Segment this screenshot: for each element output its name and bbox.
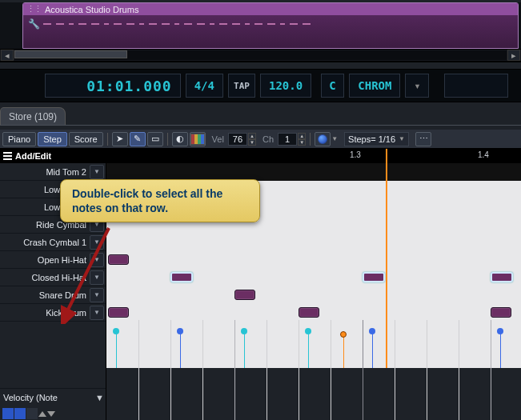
menu-icon[interactable]	[3, 152, 12, 160]
grid-row-snare[interactable]	[106, 286, 521, 304]
lane-mid-tom-2[interactable]: Mid Tom 2▼	[0, 163, 106, 181]
pencil-tool-button[interactable]: ✎	[130, 132, 146, 146]
ramp-down-icon[interactable]	[47, 411, 55, 417]
help-tooltip: Double-click to select all the notes on …	[60, 179, 260, 222]
note[interactable]	[491, 307, 511, 318]
snap-button[interactable]: ◐	[172, 132, 188, 146]
sidebar-header-label: Add/Edit	[15, 151, 51, 161]
velocity-tools	[0, 406, 106, 420]
time-ruler[interactable]: 1.3 1.4	[106, 149, 521, 163]
mode-step-button[interactable]: Step	[38, 132, 67, 146]
clip-body: 🔧	[23, 15, 518, 33]
mode-score-button[interactable]: Score	[69, 132, 103, 146]
note[interactable]	[299, 307, 319, 318]
transport-position[interactable]: 01:01.000	[45, 74, 181, 98]
grid-row-kick[interactable]	[106, 304, 521, 322]
lane-dropdown[interactable]: ▼	[90, 253, 104, 267]
grid-row-closed-hihat[interactable]	[106, 269, 521, 286]
lane-dropdown[interactable]: ▼	[90, 235, 104, 250]
track-header-area: ⋮⋮ Acoustica Studio Drums 🔧 ◂ ▸	[0, 2, 521, 62]
ruler-tick-1-3: 1.3	[350, 150, 361, 159]
velocity-spinner[interactable]: 76 ▲▼	[228, 133, 256, 146]
vel-tool-1[interactable]	[2, 408, 14, 419]
wrench-icon[interactable]: 🔧	[28, 18, 40, 30]
lane-closed-hi-hat[interactable]: Closed Hi-Hat▼	[0, 269, 106, 286]
note[interactable]	[234, 290, 255, 300]
tooltip-text: Double-click to select all the notes on …	[72, 187, 222, 214]
scroll-thumb[interactable]	[14, 50, 127, 58]
lane-crash-cymbal-1[interactable]: Crash Cymbal 1▼	[0, 234, 106, 251]
velocity-marker[interactable]	[497, 328, 503, 334]
velocity-lane-dropdown[interactable]: ▼	[95, 393, 104, 402]
track-clip[interactable]: ⋮⋮ Acoustica Studio Drums 🔧	[22, 2, 519, 49]
channel-up[interactable]: ▲	[298, 133, 306, 139]
horizontal-scrollbar[interactable]: ◂ ▸	[0, 49, 521, 62]
colorstrip-button[interactable]	[190, 132, 206, 146]
ramp-up-icon[interactable]	[38, 411, 46, 417]
lane-dropdown[interactable]: ▼	[90, 165, 104, 179]
transport-tempo[interactable]: 120.0	[260, 74, 311, 98]
velocity-marker[interactable]	[177, 328, 183, 334]
tap-tempo-button[interactable]: TAP	[228, 74, 255, 98]
vel-tool-3[interactable]	[26, 408, 38, 419]
grid-row[interactable]	[106, 234, 521, 251]
clip-mini-pattern	[43, 23, 513, 25]
editor-toolbar: Piano Step Score ➤ ✎ ▭ ◐ Vel 76 ▲▼ Ch 1 …	[0, 130, 521, 149]
scroll-track[interactable]	[14, 50, 507, 60]
mode-piano-button[interactable]: Piano	[2, 132, 36, 146]
colorstrip-icon	[190, 134, 205, 145]
note-selected[interactable]	[491, 272, 513, 282]
velocity-marker-selected[interactable]	[340, 331, 347, 338]
lane-dropdown[interactable]: ▼	[90, 306, 104, 320]
note[interactable]	[108, 254, 129, 265]
steps-label: Steps= 1/16	[348, 134, 395, 144]
lane-open-hi-hat[interactable]: Open Hi-Hat▼	[0, 251, 106, 269]
velocity-down[interactable]: ▼	[248, 139, 256, 146]
channel-spinner[interactable]: 1 ▲▼	[278, 133, 306, 146]
ruler-tick-1-4: 1.4	[478, 150, 489, 159]
color-picker-button[interactable]	[315, 132, 331, 146]
chevron-down-icon: ▼	[399, 135, 405, 142]
transport-scale[interactable]: CHROM	[349, 74, 400, 98]
velocity-marker[interactable]	[241, 328, 247, 334]
sidebar-header[interactable]: Add/Edit	[0, 149, 106, 163]
velocity-marker[interactable]	[113, 328, 119, 334]
channel-value[interactable]: 1	[278, 133, 297, 146]
tab-strip: Store (109)	[0, 106, 521, 125]
scroll-right-button[interactable]: ▸	[507, 50, 520, 61]
vel-tool-2[interactable]	[14, 408, 26, 419]
velocity-marker[interactable]	[305, 328, 311, 334]
play-cursor[interactable]	[386, 149, 387, 368]
note[interactable]	[108, 307, 129, 318]
clip-header[interactable]: ⋮⋮ Acoustica Studio Drums	[23, 3, 518, 15]
velocity-marker[interactable]	[369, 328, 375, 334]
velocity-up[interactable]: ▲	[248, 133, 256, 139]
grid-row[interactable]	[106, 163, 521, 181]
grid-row-open-hihat[interactable]	[106, 251, 521, 269]
transport-bar: 01:01.000 4/4 TAP 120.0 C CHROM ▾	[0, 69, 521, 102]
dot-icon	[318, 134, 327, 144]
channel-label: Ch	[263, 134, 274, 144]
store-tab[interactable]: Store (109)	[0, 107, 66, 125]
lane-dropdown[interactable]: ▼	[90, 288, 104, 302]
clip-title: Acoustica Studio Drums	[45, 5, 138, 14]
transport-timesig[interactable]: 4/4	[186, 74, 223, 98]
lane-snare-drum[interactable]: Snare Drum▼	[0, 286, 106, 304]
velocity-value[interactable]: 76	[228, 133, 247, 146]
toolbar-extra-button[interactable]: ⋯	[415, 132, 431, 146]
velocity-label: Vel	[212, 134, 224, 144]
note-selected[interactable]	[363, 272, 385, 282]
velocity-lane-selector[interactable]: Velocity (Note ▼	[0, 389, 106, 406]
note-selected[interactable]	[170, 272, 193, 282]
transport-key[interactable]: C	[321, 74, 345, 98]
velocity-lane[interactable]	[106, 320, 521, 368]
steps-dropdown[interactable]: Steps= 1/16 ▼	[344, 132, 409, 146]
transport-extra[interactable]	[444, 74, 508, 98]
lane-dropdown[interactable]: ▼	[90, 270, 104, 285]
arrow-tool-button[interactable]: ➤	[112, 132, 128, 146]
channel-down[interactable]: ▼	[298, 139, 306, 146]
transport-scale-dropdown[interactable]: ▾	[405, 74, 429, 98]
lane-kick-drum[interactable]: Kick Drum▼	[0, 304, 106, 322]
erase-tool-button[interactable]: ▭	[147, 132, 163, 146]
scroll-left-button[interactable]: ◂	[1, 50, 14, 61]
